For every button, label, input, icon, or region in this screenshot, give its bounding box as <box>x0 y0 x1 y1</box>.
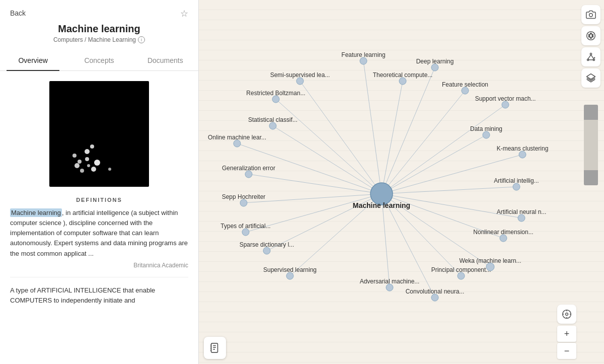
svg-point-47 <box>431 64 438 71</box>
svg-point-96 <box>592 36 593 37</box>
camera-button[interactable] <box>581 5 600 24</box>
tab-concepts[interactable]: Concepts <box>66 50 132 70</box>
svg-text:Feature learning: Feature learning <box>341 51 385 58</box>
svg-text:Sparse dictionary l...: Sparse dictionary l... <box>240 241 294 248</box>
svg-point-20 <box>108 168 111 171</box>
node-feature-selection[interactable]: Feature selection <box>442 81 488 94</box>
svg-point-61 <box>483 131 490 138</box>
back-button[interactable]: Back <box>10 8 26 17</box>
svg-rect-114 <box>211 343 218 352</box>
concept-graph[interactable]: Machine learning Feature learning Deep l… <box>199 0 604 364</box>
svg-line-21 <box>363 61 382 194</box>
article-thumbnail <box>49 81 149 187</box>
svg-text:Online machine lear...: Online machine lear... <box>208 134 266 141</box>
svg-point-67 <box>245 171 252 178</box>
svg-text:Restricted Boltzman...: Restricted Boltzman... <box>246 90 305 97</box>
svg-text:Supervised learning: Supervised learning <box>263 266 317 273</box>
svg-text:Convolutional neura...: Convolutional neura... <box>406 288 465 295</box>
svg-point-10 <box>94 160 100 166</box>
svg-point-83 <box>286 272 293 279</box>
svg-point-18 <box>72 154 77 158</box>
node-theoretical-compute[interactable]: Theoretical compute... <box>373 71 433 85</box>
svg-line-25 <box>382 91 465 194</box>
node-sparse-dictionary[interactable]: Sparse dictionary l... <box>240 241 294 254</box>
definition-source-1: Britannica Academic <box>0 259 198 277</box>
location-button[interactable] <box>557 305 576 324</box>
svg-point-98 <box>588 36 590 37</box>
node-feature-learning[interactable]: Feature learning <box>341 51 385 64</box>
svg-point-17 <box>87 164 90 167</box>
node-principal-component[interactable]: Principal component... <box>431 266 491 279</box>
node-convolutional-neura[interactable]: Convolutional neura... <box>406 288 465 301</box>
svg-text:Weka (machine learn...: Weka (machine learn... <box>459 257 521 264</box>
tab-bar: Overview Concepts Documents <box>0 50 198 71</box>
svg-text:Support vector mach...: Support vector mach... <box>475 95 536 102</box>
svg-point-65 <box>519 151 526 158</box>
svg-point-15 <box>91 167 96 172</box>
svg-text:Types of artificial...: Types of artificial... <box>220 223 270 230</box>
node-restricted-boltzman[interactable]: Restricted Boltzman... <box>246 90 305 103</box>
node-generalization-error[interactable]: Generalization error <box>222 165 275 178</box>
svg-text:K-means clustering: K-means clustering <box>497 145 549 152</box>
svg-text:Statistical classif...: Statistical classif... <box>248 116 297 123</box>
svg-point-19 <box>74 163 80 168</box>
tab-documents[interactable]: Documents <box>132 50 198 70</box>
node-online-machine[interactable]: Online machine lear... <box>208 134 266 147</box>
panel-toggle-button[interactable]: ◀ <box>198 172 199 192</box>
svg-point-13 <box>85 157 89 161</box>
tab-overview[interactable]: Overview <box>0 50 66 70</box>
svg-line-102 <box>588 55 591 59</box>
star-button[interactable]: ☆ <box>180 8 188 19</box>
svg-text:Data mining: Data mining <box>470 125 502 132</box>
network-add-button[interactable] <box>581 47 600 66</box>
scroll-widget[interactable] <box>584 105 598 185</box>
svg-text:Deep learning: Deep learning <box>416 58 454 65</box>
svg-point-85 <box>458 272 465 279</box>
node-deep-learning[interactable]: Deep learning <box>416 58 454 71</box>
definition-text-1: Machine learning, in artificial intellig… <box>0 208 198 259</box>
node-supervised-learning[interactable]: Supervised learning <box>263 266 317 279</box>
layers-button[interactable] <box>581 68 600 88</box>
node-artificial-intellig[interactable]: Artificial intellig... <box>494 177 539 190</box>
definition-divider <box>10 277 188 277</box>
svg-line-26 <box>276 99 382 194</box>
left-panel: Back ☆ Machine learning Computers / Mach… <box>0 0 199 364</box>
node-data-mining[interactable]: Data mining <box>470 125 502 138</box>
svg-text:Artificial intellig...: Artificial intellig... <box>494 177 539 184</box>
right-toolbar <box>578 0 604 364</box>
svg-point-12 <box>90 144 94 149</box>
svg-line-33 <box>382 187 516 194</box>
definitions-label: DEFINITIONS <box>0 197 198 203</box>
svg-point-51 <box>399 78 406 85</box>
svg-point-14 <box>78 160 82 164</box>
node-artificial-neural[interactable]: Artificial neural n... <box>497 208 547 222</box>
svg-line-103 <box>591 55 594 59</box>
svg-point-16 <box>80 169 84 173</box>
graph-panel: Machine learning Feature learning Deep l… <box>199 0 604 364</box>
node-semi-supervised[interactable]: Semi-supervised lea... <box>270 71 330 85</box>
svg-point-11 <box>85 149 90 154</box>
svg-line-29 <box>382 135 486 194</box>
center-node-label: Machine learning <box>353 201 410 209</box>
node-k-means[interactable]: K-means clustering <box>497 145 549 158</box>
svg-line-31 <box>382 155 522 194</box>
svg-point-87 <box>386 284 393 291</box>
title-area: Machine learning Computers / Machine Lea… <box>0 19 198 45</box>
node-types-of-artificial[interactable]: Types of artificial... <box>220 223 270 236</box>
svg-text:Artificial neural n...: Artificial neural n... <box>497 208 547 215</box>
svg-point-109 <box>566 313 568 316</box>
info-icon[interactable]: i <box>138 36 145 43</box>
svg-text:Generalization error: Generalization error <box>222 165 275 172</box>
node-sepp-hochreiter[interactable]: Sepp Hochreiter <box>222 193 266 206</box>
palette-button[interactable] <box>581 26 600 45</box>
bottom-toolbar <box>204 337 574 359</box>
node-support-vector[interactable]: Support vector mach... <box>475 95 536 108</box>
svg-line-32 <box>249 174 382 194</box>
svg-point-91 <box>589 14 593 17</box>
svg-point-59 <box>269 122 276 129</box>
breadcrumb: Computers / Machine Learning i <box>10 36 188 43</box>
node-nonlinear-dimension[interactable]: Nonlinear dimension... <box>473 229 533 242</box>
notebook-button[interactable] <box>204 337 226 359</box>
svg-point-71 <box>240 199 247 206</box>
node-statistical-classif[interactable]: Statistical classif... <box>248 116 297 129</box>
